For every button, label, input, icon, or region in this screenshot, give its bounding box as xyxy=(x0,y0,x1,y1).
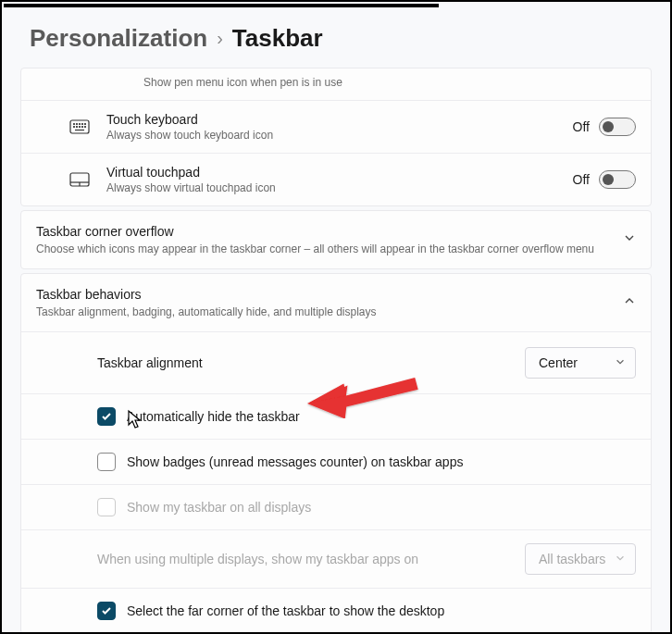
multidisplay-apps-row: When using multiple displays, show my ta… xyxy=(21,529,651,588)
multidisplay-apps-dropdown: All taskbars xyxy=(525,543,636,575)
virtual-touchpad-row[interactable]: Virtual touchpad Always show virtual tou… xyxy=(21,153,651,205)
show-all-displays-row: Show my taskbar on all displays xyxy=(21,484,651,529)
virtual-touchpad-state: Off xyxy=(573,172,590,187)
taskbar-alignment-dropdown[interactable]: Center xyxy=(525,347,636,379)
overflow-card: Taskbar corner overflow Choose which ico… xyxy=(20,210,652,269)
touch-keyboard-sub: Always show touch keyboard icon xyxy=(106,129,573,142)
svg-point-8 xyxy=(80,127,81,128)
pen-menu-sub: Show pen menu icon when pen is in use xyxy=(106,76,636,89)
behaviors-title: Taskbar behaviors xyxy=(36,287,623,302)
keyboard-icon xyxy=(69,119,106,134)
chevron-down-icon xyxy=(623,231,636,248)
touchpad-icon xyxy=(69,172,106,187)
overflow-sub: Choose which icons may appear in the tas… xyxy=(36,242,623,255)
chevron-up-icon xyxy=(623,294,636,311)
breadcrumb-parent[interactable]: Personalization xyxy=(30,24,207,53)
multidisplay-apps-label: When using multiple displays, show my ta… xyxy=(97,552,525,566)
svg-point-7 xyxy=(77,127,78,128)
svg-point-1 xyxy=(74,124,75,125)
svg-point-5 xyxy=(85,124,86,125)
virtual-touchpad-toggle[interactable] xyxy=(599,170,636,189)
overflow-title: Taskbar corner overflow xyxy=(36,224,623,239)
svg-point-9 xyxy=(82,127,83,128)
far-corner-checkbox[interactable] xyxy=(97,602,116,620)
show-badges-checkbox[interactable] xyxy=(97,453,116,471)
virtual-touchpad-sub: Always show virtual touchpad icon xyxy=(106,181,573,194)
touch-keyboard-title: Touch keyboard xyxy=(106,112,573,127)
taskbar-corner-icons-card: Show pen menu icon when pen is in use To… xyxy=(20,68,652,206)
auto-hide-label: Automatically hide the taskbar xyxy=(127,409,636,424)
chevron-right-icon: › xyxy=(217,28,223,49)
pen-menu-row-partial: Show pen menu icon when pen is in use xyxy=(21,68,651,100)
behaviors-card: Taskbar behaviors Taskbar alignment, bad… xyxy=(20,273,652,634)
show-all-displays-checkbox xyxy=(97,498,116,516)
far-corner-row[interactable]: Select the far corner of the taskbar to … xyxy=(21,588,651,633)
auto-hide-row[interactable]: Automatically hide the taskbar xyxy=(21,393,651,439)
taskbar-alignment-label: Taskbar alignment xyxy=(97,355,525,370)
show-badges-row[interactable]: Show badges (unread messages counter) on… xyxy=(21,439,651,484)
show-badges-label: Show badges (unread messages counter) on… xyxy=(127,454,636,469)
show-all-displays-label: Show my taskbar on all displays xyxy=(127,500,636,515)
breadcrumb: Personalization › Taskbar xyxy=(20,2,652,68)
svg-point-6 xyxy=(74,127,75,128)
svg-point-2 xyxy=(77,124,78,125)
overflow-expander[interactable]: Taskbar corner overflow Choose which ico… xyxy=(21,211,651,268)
auto-hide-checkbox[interactable] xyxy=(97,407,116,426)
behaviors-expander[interactable]: Taskbar behaviors Taskbar alignment, bad… xyxy=(21,274,651,331)
svg-point-3 xyxy=(80,124,81,125)
chevron-down-icon xyxy=(615,355,626,370)
chevron-down-icon xyxy=(615,552,626,566)
touch-keyboard-toggle[interactable] xyxy=(599,118,636,136)
taskbar-alignment-row: Taskbar alignment Center xyxy=(21,331,651,393)
svg-point-10 xyxy=(85,127,86,128)
virtual-touchpad-title: Virtual touchpad xyxy=(106,165,573,180)
touch-keyboard-row[interactable]: Touch keyboard Always show touch keyboar… xyxy=(21,100,651,153)
far-corner-label: Select the far corner of the taskbar to … xyxy=(127,603,636,618)
breadcrumb-current: Taskbar xyxy=(232,24,323,53)
svg-point-4 xyxy=(82,124,83,125)
touch-keyboard-state: Off xyxy=(573,119,590,134)
behaviors-sub: Taskbar alignment, badging, automaticall… xyxy=(36,305,623,318)
